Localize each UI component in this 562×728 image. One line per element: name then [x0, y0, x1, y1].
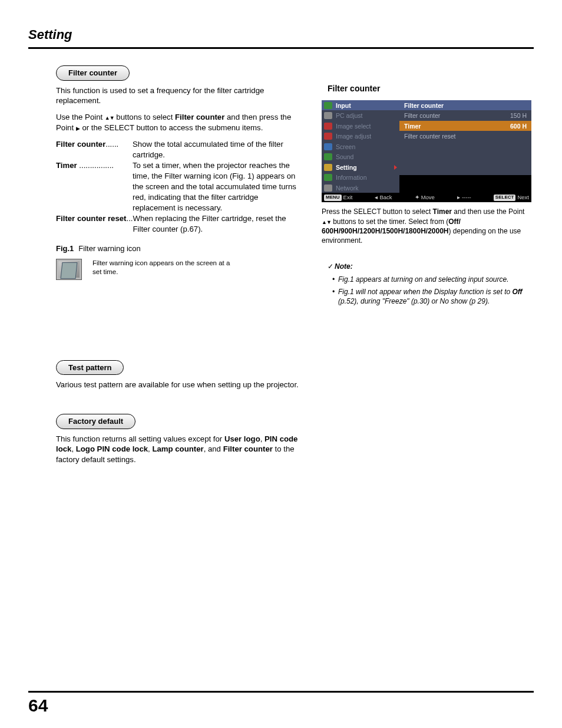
osd-menu-item: Image adjust [322, 131, 399, 141]
page-number: 64 [28, 694, 48, 718]
osd-menu: InputPC adjustImage selectImage adjustSc… [322, 100, 399, 193]
left-column: Filter counter This function is used to … [56, 62, 300, 471]
note-item: Fig.1 appears at turning on and selectin… [332, 275, 534, 284]
osd-panel: Filter counter Filter counter150 HTimer6… [399, 100, 531, 193]
page-title: Setting [28, 26, 534, 46]
def-filter-counter: Filter counter...... Show the total accu… [56, 139, 300, 161]
point-right-icon [76, 123, 80, 132]
osd-panel-header: Filter counter [399, 100, 531, 111]
point-updown-icon [105, 113, 114, 121]
def-filter-counter-reset: Filter counter reset... When replacing t… [56, 213, 300, 235]
osd-panel-item: Filter counter150 H [399, 110, 531, 121]
def-timer: Timer ................ To set a timer, w… [56, 160, 300, 213]
content-area: Filter counter This function is used to … [56, 62, 534, 471]
osd-menu-icon [324, 174, 332, 181]
footer-rule [28, 691, 534, 693]
osd-menu-item: Screen [322, 141, 399, 152]
osd-menu-item: Input [322, 100, 399, 111]
osd-menu-icon [324, 112, 332, 119]
osd-menu-icon [324, 123, 332, 130]
check-icon: ✓ [328, 262, 333, 271]
point-updown-icon [322, 218, 331, 226]
osd-menu-item: Setting [322, 162, 399, 173]
filter-warning-icon [56, 259, 82, 280]
osd-panel-item: Filter counter reset [399, 131, 531, 141]
definitions: Filter counter...... Show the total accu… [56, 139, 300, 235]
fig1-row: Filter warning icon appears on the scree… [56, 259, 300, 280]
osd-menu-icon [324, 153, 332, 160]
osd-screenshot: InputPC adjustImage selectImage adjustSc… [322, 100, 531, 203]
osd-menu-item: Network [322, 183, 399, 193]
osd-caption: Press the SELECT button to select Timer … [322, 207, 534, 245]
factory-default-body: This function returns all setting values… [56, 434, 300, 465]
intro-p2: Use the Point buttons to select Filter c… [56, 112, 300, 133]
note-block: ✓Note: Fig.1 appears at turning on and s… [322, 262, 534, 306]
osd-menu-icon [324, 143, 332, 150]
intro-p1: This function is used to set a frequency… [56, 85, 300, 107]
osd-footer: MENU Exit ◂ Back ✦ Move ▸ ----- SELECT N… [322, 193, 531, 202]
osd-menu-icon [324, 185, 332, 192]
test-pattern-body: Various test pattern are available for u… [56, 380, 300, 390]
page-header: Setting [28, 26, 534, 49]
pill-factory-default: Factory default [56, 414, 135, 429]
osd-menu-icon [324, 102, 332, 109]
osd-menu-icon [324, 164, 332, 171]
note-item: Fig.1 will not appear when the Display f… [332, 287, 534, 306]
right-column: Filter counter InputPC adjustImage selec… [322, 62, 534, 471]
header-rule [28, 47, 534, 49]
pill-test-pattern: Test pattern [56, 360, 124, 375]
pill-filter-counter: Filter counter [56, 65, 130, 81]
osd-panel-item: Timer600 H [399, 121, 531, 131]
osd-menu-item: PC adjust [322, 110, 399, 121]
fig1-label: Fig.1Filter warning icon [56, 243, 300, 254]
osd-menu-item: Sound [322, 151, 399, 162]
osd-menu-item: Information [322, 172, 399, 183]
fig1-caption: Filter warning icon appears on the scree… [92, 259, 240, 277]
osd-menu-icon [324, 133, 332, 140]
osd-menu-item: Image select [322, 121, 399, 131]
right-heading: Filter counter [328, 83, 534, 94]
